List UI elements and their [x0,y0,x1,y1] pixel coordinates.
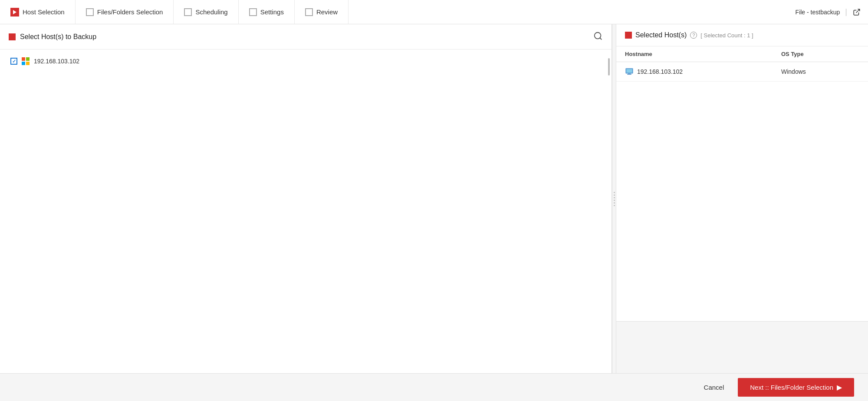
search-button[interactable] [593,31,603,42]
table-row: 192.168.103.102 Windows [616,62,868,82]
resize-dot-1 [614,192,615,193]
main-content: Select Host(s) to Backup 192.168.103 [0,24,868,373]
tab-files-folders-checkbox [86,8,94,16]
next-button-arrow: ▶ [837,383,842,391]
host-list: 192.168.103.102 [0,49,612,373]
right-panel-content: Selected Host(s) ? [ Selected Count : 1 … [616,24,868,321]
svg-rect-4 [626,69,632,72]
hosts-table: Hostname OS Type [616,46,868,321]
file-label: File - testbackup [796,9,840,16]
right-panel-red-square [625,32,632,39]
app-container: Host Selection Files/Folders Selection S… [0,0,868,401]
svg-point-1 [595,33,601,39]
svg-line-2 [600,38,602,39]
tab-host-selection-label: Host Selection [23,8,65,16]
resize-dot-2 [614,194,615,196]
header-right: File - testbackup | [796,7,861,16]
right-bottom-grey [616,321,868,373]
resize-dot-6 [614,205,615,206]
tab-scheduling[interactable]: Scheduling [174,0,238,24]
table-header: Hostname OS Type [616,46,868,62]
tab-settings-label: Settings [260,8,284,16]
tab-review[interactable]: Review [295,0,349,24]
resize-handle[interactable] [612,24,616,373]
svg-line-0 [856,9,860,13]
left-panel-red-square [9,33,16,40]
external-link-icon[interactable] [852,8,861,16]
cell-ostype: Windows [781,68,859,75]
col-header-hostname: Hostname [625,51,781,57]
tab-files-folders[interactable]: Files/Folders Selection [76,0,174,24]
left-panel-title: Select Host(s) to Backup [20,33,96,41]
right-panel-title: Selected Host(s) [635,31,687,39]
footer: Cancel Next :: Files/Folder Selection ▶ [0,373,868,401]
table-body: 192.168.103.102 Windows [616,62,868,321]
cell-hostname: 192.168.103.102 [625,67,781,76]
windows-icon [22,57,30,65]
host-checkbox[interactable] [10,58,17,65]
tab-settings-checkbox [249,8,257,16]
left-panel: Select Host(s) to Backup 192.168.103 [0,24,612,373]
help-icon[interactable]: ? [690,32,697,39]
tab-host-selection[interactable]: Host Selection [7,0,76,24]
right-panel: Selected Host(s) ? [ Selected Count : 1 … [616,24,868,373]
tab-review-checkbox [305,8,313,16]
host-ip-label: 192.168.103.102 [34,58,79,65]
selected-count-badge: [ Selected Count : 1 ] [700,32,753,39]
cancel-button[interactable]: Cancel [697,380,731,394]
hostname-value: 192.168.103.102 [637,68,683,75]
selected-hosts-header: Selected Host(s) ? [ Selected Count : 1 … [616,24,868,46]
next-button[interactable]: Next :: Files/Folder Selection ▶ [738,378,854,397]
resize-dot-5 [614,202,615,204]
tab-scheduling-label: Scheduling [195,8,227,16]
scroll-indicator [608,58,610,76]
top-nav: Host Selection Files/Folders Selection S… [0,0,868,24]
header-separator: | [845,7,847,16]
resize-dot-3 [614,197,615,198]
tab-scheduling-checkbox [184,8,192,16]
col-header-ostype: OS Type [781,51,859,57]
computer-icon [625,67,634,76]
tab-review-label: Review [316,8,338,16]
svg-rect-6 [627,74,631,75]
list-item[interactable]: 192.168.103.102 [7,53,605,69]
tab-host-selection-icon [10,8,19,16]
left-panel-header-left: Select Host(s) to Backup [9,33,96,41]
next-button-label: Next :: Files/Folder Selection [750,384,833,391]
resize-dot-4 [614,200,615,201]
tab-files-folders-label: Files/Folders Selection [97,8,163,16]
tab-settings[interactable]: Settings [239,0,295,24]
svg-rect-5 [628,73,631,74]
left-panel-header: Select Host(s) to Backup [0,24,612,49]
